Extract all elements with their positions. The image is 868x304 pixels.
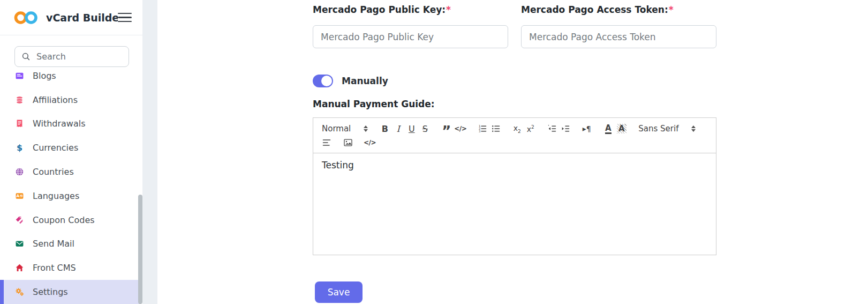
sidebar-item-label: Currencies <box>33 143 78 153</box>
mercado-pago-access-token-field: Mercado Pago Access Token:* <box>521 4 716 15</box>
manually-toggle[interactable] <box>313 75 333 87</box>
currencies-icon: $ <box>14 143 24 153</box>
sidebar-item-label: Send Mail <box>33 239 74 249</box>
settings-icon <box>14 287 24 297</box>
brand-title: vCard Builde... <box>46 12 118 24</box>
send-mail-icon <box>14 239 24 249</box>
manual-payment-guide-editor: NormalBIUS”</>123x2x2▸¶AASans Serif </> … <box>313 117 716 255</box>
blogs-icon <box>14 71 24 80</box>
editor-toolbar: NormalBIUS”</>123x2x2▸¶AASans Serif </> <box>313 118 716 153</box>
search-input[interactable] <box>35 51 122 62</box>
layout-gap <box>142 0 157 304</box>
search-icon <box>21 52 31 61</box>
manually-toggle-label: Manually <box>342 76 388 86</box>
bold-button[interactable]: B <box>378 122 391 135</box>
subscript-button[interactable]: x2 <box>510 122 524 135</box>
field-label: Mercado Pago Access Token:* <box>521 4 674 15</box>
picker-carets-icon <box>691 125 696 132</box>
sidebar-item-coupon-codes[interactable]: Coupon Codes <box>0 208 141 232</box>
sidebar-item-send-mail[interactable]: Send Mail <box>0 232 141 256</box>
required-asterisk: * <box>669 4 674 15</box>
toolbar-row-1: NormalBIUS”</>123x2x2▸¶AASans Serif <box>320 122 711 136</box>
picker-label: Sans Serif <box>638 124 678 134</box>
svg-text:3: 3 <box>479 130 480 133</box>
code-block-button[interactable]: </> <box>363 136 377 149</box>
toggle-knob <box>321 76 332 86</box>
coupon-codes-icon <box>14 215 24 225</box>
required-asterisk: * <box>446 4 451 15</box>
font-picker[interactable]: Sans Serif <box>636 124 698 134</box>
image-button[interactable] <box>341 136 354 149</box>
indent-button[interactable] <box>558 122 572 135</box>
sidebar-item-label: Withdrawals <box>33 118 86 129</box>
sidebar-item-label: Coupon Codes <box>33 215 95 225</box>
sidebar-item-label: Front CMS <box>33 263 76 273</box>
direction-rtl-button[interactable]: ▸¶ <box>580 122 593 135</box>
infinity-logo <box>13 10 40 25</box>
italic-button[interactable]: I <box>391 122 405 135</box>
text-color-button[interactable]: A <box>601 122 615 135</box>
sidebar-item-currencies[interactable]: $Currencies <box>0 136 141 160</box>
manual-payment-guide-label: Manual Payment Guide: <box>313 99 435 109</box>
blockquote-button[interactable]: ” <box>440 122 453 135</box>
outdent-button[interactable] <box>545 122 558 135</box>
svg-text:2: 2 <box>20 194 21 197</box>
withdrawals-icon <box>14 119 24 129</box>
sidebar-item-label: Settings <box>33 287 68 297</box>
sidebar-scrollbar[interactable] <box>138 195 142 304</box>
sidebar-item-countries[interactable]: Countries <box>0 160 141 184</box>
header-picker[interactable]: Normal <box>320 124 370 134</box>
sidebar-item-withdrawals[interactable]: Withdrawals <box>0 112 141 136</box>
affiliations-icon <box>14 95 24 105</box>
mercado-pago-public-key-field: Mercado Pago Public Key:* <box>313 4 508 15</box>
languages-icon: A2 <box>14 191 24 201</box>
list-ordered-button[interactable]: 123 <box>475 122 489 135</box>
countries-icon <box>14 167 24 177</box>
front-cms-icon <box>14 263 24 273</box>
sidebar-item-blogs[interactable]: Blogs <box>0 64 141 88</box>
picker-label: Normal <box>322 124 351 134</box>
save-button[interactable]: Save <box>315 281 363 303</box>
align-button[interactable] <box>320 136 333 149</box>
svg-text:$: $ <box>16 143 22 152</box>
underline-button[interactable]: U <box>405 122 418 135</box>
mercado-pago-public-key-input[interactable] <box>313 25 508 48</box>
editor-content[interactable]: Testing <box>313 153 716 257</box>
sidebar-item-languages[interactable]: A2Languages <box>0 184 141 208</box>
sidebar-item-affiliations[interactable]: Affiliations <box>0 88 141 112</box>
mercado-pago-access-token-input[interactable] <box>521 25 716 48</box>
superscript-button[interactable]: x2 <box>524 122 537 135</box>
toolbar-row-2: </> <box>320 136 711 150</box>
sidebar-item-label: Countries <box>33 167 74 177</box>
list-bullet-button[interactable] <box>489 122 502 135</box>
sidebar-item-settings[interactable]: Settings <box>0 280 141 304</box>
field-label: Mercado Pago Public Key:* <box>313 4 451 15</box>
strike-button[interactable]: S <box>418 122 432 135</box>
sidebar-item-label: Blogs <box>33 71 56 81</box>
sidebar-item-label: Languages <box>33 191 79 201</box>
sidebar-item-front-cms[interactable]: Front CMS <box>0 256 141 280</box>
sidebar-header: vCard Builde... <box>0 0 142 35</box>
code-button[interactable]: </> <box>453 122 467 135</box>
app-window: vCard Builde... BlogsAffiliationsWithdra… <box>0 0 868 304</box>
picker-carets-icon <box>364 125 368 132</box>
hamburger-menu-icon[interactable] <box>118 13 132 22</box>
sidebar-item-label: Affiliations <box>33 95 78 105</box>
sidebar: vCard Builde... BlogsAffiliationsWithdra… <box>0 0 142 304</box>
background-color-button[interactable]: A <box>615 122 628 135</box>
sidebar-menu: BlogsAffiliationsWithdrawals$CurrenciesC… <box>0 64 142 304</box>
svg-text:A: A <box>16 194 19 198</box>
